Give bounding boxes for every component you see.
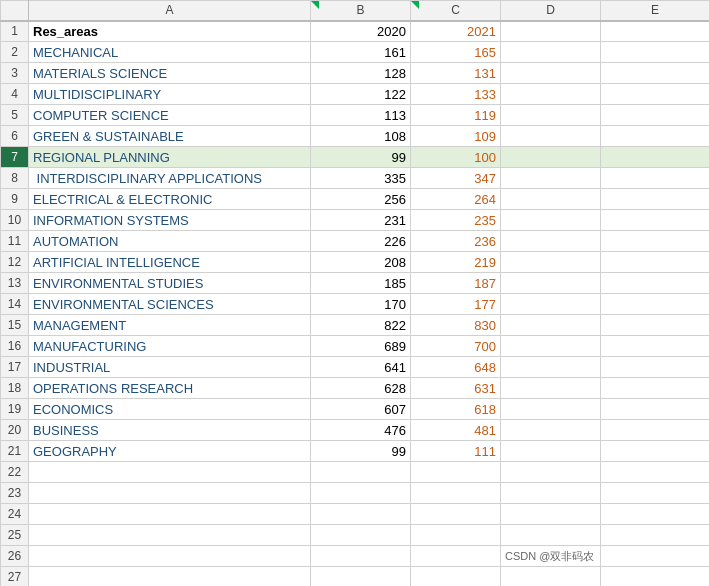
cell-b6[interactable]: 108 [311, 126, 411, 147]
cell-c17[interactable]: 648 [411, 357, 501, 378]
cell-b17[interactable]: 641 [311, 357, 411, 378]
cell-b19[interactable]: 607 [311, 399, 411, 420]
cell-c1[interactable]: 2021 [411, 21, 501, 42]
cell-c12[interactable]: 219 [411, 252, 501, 273]
cell-e21[interactable] [601, 441, 710, 462]
cell-a8[interactable]: INTERDISCIPLINARY APPLICATIONS [29, 168, 311, 189]
cell-e9[interactable] [601, 189, 710, 210]
cell-b21[interactable]: 99 [311, 441, 411, 462]
cell-b18[interactable]: 628 [311, 378, 411, 399]
cell-d15[interactable] [501, 315, 601, 336]
cell-b20[interactable]: 476 [311, 420, 411, 441]
cell-e19[interactable] [601, 399, 710, 420]
cell-a3[interactable]: MATERIALS SCIENCE [29, 63, 311, 84]
cell-e13[interactable] [601, 273, 710, 294]
cell-b4[interactable]: 122 [311, 84, 411, 105]
cell-e8[interactable] [601, 168, 710, 189]
cell-c6[interactable]: 109 [411, 126, 501, 147]
cell-a1[interactable]: Res_areas [29, 21, 311, 42]
cell-c18[interactable]: 631 [411, 378, 501, 399]
cell-c3[interactable]: 131 [411, 63, 501, 84]
cell-a16[interactable]: MANUFACTURING [29, 336, 311, 357]
col-e-header[interactable]: E [601, 1, 710, 21]
cell-b7[interactable]: 99 [311, 147, 411, 168]
cell-d20[interactable] [501, 420, 601, 441]
cell-b15[interactable]: 822 [311, 315, 411, 336]
cell-e12[interactable] [601, 252, 710, 273]
cell-d17[interactable] [501, 357, 601, 378]
cell-d1[interactable] [501, 21, 601, 42]
cell-a2[interactable]: MECHANICAL [29, 42, 311, 63]
cell-b9[interactable]: 256 [311, 189, 411, 210]
cell-c2[interactable]: 165 [411, 42, 501, 63]
cell-d7[interactable] [501, 147, 601, 168]
cell-a19[interactable]: ECONOMICS [29, 399, 311, 420]
cell-c10[interactable]: 235 [411, 210, 501, 231]
cell-d11[interactable] [501, 231, 601, 252]
cell-a21[interactable]: GEOGRAPHY [29, 441, 311, 462]
col-b-header[interactable]: B [311, 1, 411, 21]
cell-e5[interactable] [601, 105, 710, 126]
cell-e2[interactable] [601, 42, 710, 63]
cell-b1[interactable]: 2020 [311, 21, 411, 42]
cell-d5[interactable] [501, 105, 601, 126]
cell-e17[interactable] [601, 357, 710, 378]
cell-a12[interactable]: ARTIFICIAL INTELLIGENCE [29, 252, 311, 273]
cell-a10[interactable]: INFORMATION SYSTEMS [29, 210, 311, 231]
cell-d2[interactable] [501, 42, 601, 63]
cell-d16[interactable] [501, 336, 601, 357]
cell-e16[interactable] [601, 336, 710, 357]
cell-d4[interactable] [501, 84, 601, 105]
cell-a11[interactable]: AUTOMATION [29, 231, 311, 252]
cell-d8[interactable] [501, 168, 601, 189]
cell-c9[interactable]: 264 [411, 189, 501, 210]
cell-d6[interactable] [501, 126, 601, 147]
cell-b13[interactable]: 185 [311, 273, 411, 294]
cell-d14[interactable] [501, 294, 601, 315]
col-d-header[interactable]: D [501, 1, 601, 21]
cell-e6[interactable] [601, 126, 710, 147]
cell-e20[interactable] [601, 420, 710, 441]
cell-e10[interactable] [601, 210, 710, 231]
cell-c4[interactable]: 133 [411, 84, 501, 105]
cell-a18[interactable]: OPERATIONS RESEARCH [29, 378, 311, 399]
cell-c14[interactable]: 177 [411, 294, 501, 315]
cell-b11[interactable]: 226 [311, 231, 411, 252]
cell-c21[interactable]: 111 [411, 441, 501, 462]
cell-b3[interactable]: 128 [311, 63, 411, 84]
cell-c16[interactable]: 700 [411, 336, 501, 357]
cell-b12[interactable]: 208 [311, 252, 411, 273]
cell-d21[interactable] [501, 441, 601, 462]
cell-a5[interactable]: COMPUTER SCIENCE [29, 105, 311, 126]
cell-c11[interactable]: 236 [411, 231, 501, 252]
cell-d9[interactable] [501, 189, 601, 210]
cell-e14[interactable] [601, 294, 710, 315]
cell-b8[interactable]: 335 [311, 168, 411, 189]
cell-c15[interactable]: 830 [411, 315, 501, 336]
cell-b10[interactable]: 231 [311, 210, 411, 231]
cell-a7[interactable]: REGIONAL PLANNING [29, 147, 311, 168]
cell-a15[interactable]: MANAGEMENT [29, 315, 311, 336]
cell-c8[interactable]: 347 [411, 168, 501, 189]
col-a-header[interactable]: A [29, 1, 311, 21]
cell-c19[interactable]: 618 [411, 399, 501, 420]
cell-e4[interactable] [601, 84, 710, 105]
cell-a6[interactable]: GREEN & SUSTAINABLE [29, 126, 311, 147]
col-c-header[interactable]: C [411, 1, 501, 21]
cell-d13[interactable] [501, 273, 601, 294]
cell-a4[interactable]: MULTIDISCIPLINARY [29, 84, 311, 105]
cell-c7[interactable]: 100 [411, 147, 501, 168]
cell-c13[interactable]: 187 [411, 273, 501, 294]
cell-b16[interactable]: 689 [311, 336, 411, 357]
cell-d19[interactable] [501, 399, 601, 420]
cell-a13[interactable]: ENVIRONMENTAL STUDIES [29, 273, 311, 294]
cell-d3[interactable] [501, 63, 601, 84]
cell-e11[interactable] [601, 231, 710, 252]
cell-e3[interactable] [601, 63, 710, 84]
cell-e18[interactable] [601, 378, 710, 399]
cell-b5[interactable]: 113 [311, 105, 411, 126]
cell-d18[interactable] [501, 378, 601, 399]
cell-a9[interactable]: ELECTRICAL & ELECTRONIC [29, 189, 311, 210]
cell-e7[interactable] [601, 147, 710, 168]
cell-a20[interactable]: BUSINESS [29, 420, 311, 441]
